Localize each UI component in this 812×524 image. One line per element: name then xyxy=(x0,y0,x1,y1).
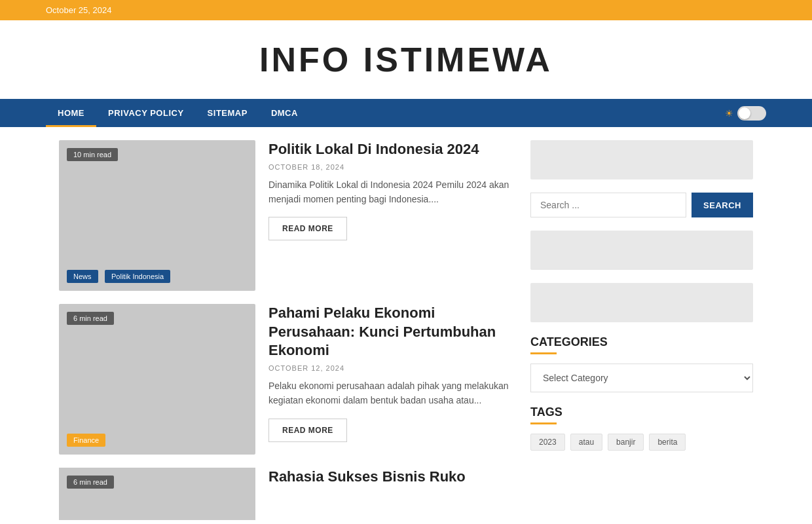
tag-2023[interactable]: 2023 xyxy=(530,434,565,451)
article-meta-1: Politik Lokal Di Indonesia 2024 OCTOBER … xyxy=(268,140,511,240)
nav-home[interactable]: HOME xyxy=(46,99,96,127)
search-button[interactable]: SEARCH xyxy=(692,193,753,217)
tag-politics-1[interactable]: Politik Indonesia xyxy=(105,270,170,283)
nav-privacy[interactable]: PRIVACY POLICY xyxy=(96,99,196,127)
site-title-area: INFO ISTIMEWA xyxy=(0,20,812,99)
nav-dmca[interactable]: DMCA xyxy=(259,99,310,127)
tags-title: TAGS xyxy=(530,405,753,424)
nav-links: HOME PRIVACY POLICY SITEMAP DMCA xyxy=(46,99,310,127)
tags-widget: TAGS 2023 atau banjir berita xyxy=(530,405,753,451)
tag-berita[interactable]: berita xyxy=(649,434,686,451)
article-card-2: 6 min read Finance Pahami Pelaku Ekonomi… xyxy=(59,304,511,455)
main-nav: HOME PRIVACY POLICY SITEMAP DMCA ☀ xyxy=(0,99,812,127)
sidebar-ad-mid2 xyxy=(530,283,753,322)
read-time-3: 6 min read xyxy=(67,476,114,489)
article-date-2: OCTOBER 12, 2024 xyxy=(268,364,511,372)
top-bar: October 25, 2024 xyxy=(0,0,812,20)
read-time-1: 10 min read xyxy=(67,148,118,161)
tag-finance-2[interactable]: Finance xyxy=(67,434,105,447)
article-title-3: Rahasia Sukses Bisnis Ruko xyxy=(268,468,511,487)
search-input[interactable] xyxy=(530,193,686,217)
read-more-btn-2[interactable]: READ MORE xyxy=(268,419,347,442)
article-image-2: 6 min read Finance xyxy=(59,304,255,455)
article-excerpt-2: Pelaku ekonomi perusahaan adalah pihak y… xyxy=(268,379,511,408)
article-image-1: 10 min read News Politik Indonesia xyxy=(59,140,255,291)
main-container: 10 min read News Politik Indonesia Polit… xyxy=(13,127,799,524)
tags-list: 2023 atau banjir berita xyxy=(530,434,753,451)
article-title-1: Politik Lokal Di Indonesia 2024 xyxy=(268,140,511,159)
tag-banjir[interactable]: banjir xyxy=(608,434,644,451)
article-date-1: OCTOBER 18, 2024 xyxy=(268,163,511,171)
article-excerpt-1: Dinamika Politik Lokal di Indonesia 2024… xyxy=(268,178,511,207)
article-meta-3: Rahasia Sukses Bisnis Ruko xyxy=(268,468,511,491)
read-more-btn-1[interactable]: READ MORE xyxy=(268,217,347,240)
toggle-knob xyxy=(739,107,750,119)
content-area: 10 min read News Politik Indonesia Polit… xyxy=(59,140,511,520)
date-display: October 25, 2024 xyxy=(46,5,111,15)
article-meta-2: Pahami Pelaku Ekonomi Perusahaan: Kunci … xyxy=(268,304,511,442)
article-image-3: 6 min read xyxy=(59,468,255,520)
tag-news-1[interactable]: News xyxy=(67,270,98,283)
categories-widget: CATEGORIES Select Category xyxy=(530,335,753,392)
read-time-2: 6 min read xyxy=(67,312,114,325)
theme-toggle-container: ☀ xyxy=(725,106,766,121)
sun-icon: ☀ xyxy=(725,108,733,119)
theme-toggle[interactable] xyxy=(737,106,766,121)
tag-atau[interactable]: atau xyxy=(570,434,602,451)
article-card-3: 6 min read Rahasia Sukses Bisnis Ruko xyxy=(59,468,511,520)
nav-sitemap[interactable]: SITEMAP xyxy=(196,99,259,127)
category-select[interactable]: Select Category xyxy=(530,364,753,392)
article-title-2: Pahami Pelaku Ekonomi Perusahaan: Kunci … xyxy=(268,304,511,360)
sidebar-ad-top xyxy=(530,140,753,179)
sidebar: SEARCH CATEGORIES Select Category TAGS 2… xyxy=(530,140,753,520)
article-card-1: 10 min read News Politik Indonesia Polit… xyxy=(59,140,511,291)
site-title: INFO ISTIMEWA xyxy=(0,40,812,79)
search-widget: SEARCH xyxy=(530,193,753,217)
sidebar-ad-mid1 xyxy=(530,231,753,270)
categories-title: CATEGORIES xyxy=(530,335,753,354)
